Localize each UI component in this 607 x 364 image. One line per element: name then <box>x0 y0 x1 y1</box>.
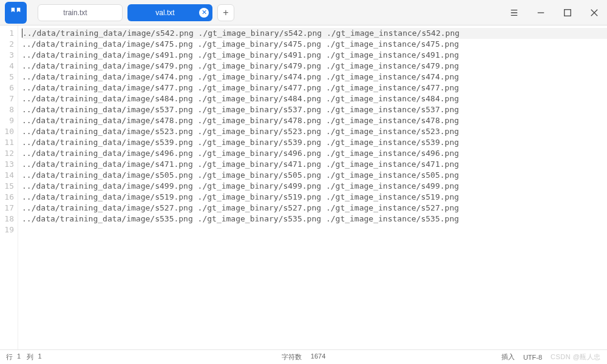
editor-line[interactable]: ../data/training_data/image/s484.png ./g… <box>22 93 607 104</box>
col-label: 列 <box>27 352 33 362</box>
status-bar: 行 1 列 1 字符数 1674 插入 UTF-8 CSDN @瓶人忠 <box>0 349 607 364</box>
line-number: 2 <box>0 39 18 50</box>
minimize-icon <box>537 8 545 17</box>
editor-line[interactable]: ../data/training_data/image/s475.png ./g… <box>22 39 607 50</box>
line-number: 3 <box>0 50 18 61</box>
plus-icon: + <box>223 7 228 18</box>
close-window-button[interactable] <box>588 6 601 19</box>
svg-rect-0 <box>565 9 571 16</box>
status-cursor-pos: 行 1 列 1 <box>6 352 42 362</box>
tab-label: train.txt <box>63 8 87 17</box>
line-number: 8 <box>0 104 18 115</box>
row-value: 1 <box>17 352 21 362</box>
char-count-value: 1674 <box>311 352 325 362</box>
line-number: 11 <box>0 137 18 148</box>
close-icon <box>590 8 599 17</box>
close-icon: ✕ <box>202 9 207 16</box>
line-number: 15 <box>0 181 18 192</box>
editor-line[interactable]: ../data/training_data/image/s539.png ./g… <box>22 137 607 148</box>
row-label: 行 <box>6 352 13 362</box>
editor-line[interactable]: ../data/training_data/image/s523.png ./g… <box>22 126 607 137</box>
line-number: 18 <box>0 214 18 224</box>
editor-line[interactable]: ../data/training_data/image/s477.png ./g… <box>22 83 607 93</box>
line-number: 17 <box>0 203 18 214</box>
editor-line[interactable]: ../data/training_data/image/s537.png ./g… <box>22 104 607 115</box>
line-number: 19 <box>0 224 18 235</box>
line-number: 9 <box>0 115 18 126</box>
line-number: 7 <box>0 93 18 104</box>
editor-line[interactable] <box>22 224 607 235</box>
editor-content[interactable]: ../data/training_data/image/s542.png ./g… <box>18 25 607 349</box>
editor-line[interactable]: ../data/training_data/image/s478.png ./g… <box>22 115 607 126</box>
line-number: 5 <box>0 72 18 83</box>
new-tab-button[interactable]: + <box>217 4 234 21</box>
watermark: CSDN @瓶人忠 <box>551 352 601 362</box>
app-icon <box>5 2 27 24</box>
window-controls <box>507 6 601 19</box>
editor-line[interactable]: ../data/training_data/image/s519.png ./g… <box>22 192 607 203</box>
editor-line[interactable]: ../data/training_data/image/s491.png ./g… <box>22 50 607 61</box>
status-char-count: 字符数 1674 <box>282 352 326 362</box>
char-count-label: 字符数 <box>282 352 302 362</box>
tab-strip: train.txt val.txt ✕ + <box>38 4 234 21</box>
line-number: 16 <box>0 192 18 203</box>
menu-icon <box>510 8 518 17</box>
line-number: 13 <box>0 159 18 170</box>
line-number: 14 <box>0 170 18 181</box>
editor-line[interactable]: ../data/training_data/image/s542.png ./g… <box>22 28 607 39</box>
editor-line[interactable]: ../data/training_data/image/s535.png ./g… <box>22 214 607 224</box>
editor-line[interactable]: ../data/training_data/image/s471.png ./g… <box>22 159 607 170</box>
editor-area[interactable]: 12345678910111213141516171819 ../data/tr… <box>0 25 607 349</box>
line-number: 12 <box>0 148 18 159</box>
tab-close-button[interactable]: ✕ <box>199 8 209 18</box>
editor-line[interactable]: ../data/training_data/image/s505.png ./g… <box>22 170 607 181</box>
tab-label: val.txt <box>155 8 174 17</box>
insert-mode[interactable]: 插入 <box>501 352 515 362</box>
tab-train[interactable]: train.txt <box>38 4 123 21</box>
encoding[interactable]: UTF-8 <box>523 354 542 361</box>
menu-button[interactable] <box>507 6 521 19</box>
editor-line[interactable]: ../data/training_data/image/s499.png ./g… <box>22 181 607 192</box>
minimize-button[interactable] <box>534 6 548 19</box>
editor-line[interactable]: ../data/training_data/image/s496.png ./g… <box>22 148 607 159</box>
col-value: 1 <box>38 352 41 362</box>
maximize-icon <box>563 8 572 17</box>
line-number-gutter: 12345678910111213141516171819 <box>0 25 18 349</box>
tab-val[interactable]: val.txt ✕ <box>127 4 212 21</box>
editor-line[interactable]: ../data/training_data/image/s527.png ./g… <box>22 203 607 214</box>
editor-line[interactable]: ../data/training_data/image/s479.png ./g… <box>22 61 607 72</box>
line-number: 1 <box>0 28 18 39</box>
title-bar: train.txt val.txt ✕ + <box>0 0 607 25</box>
maximize-button[interactable] <box>561 6 574 19</box>
line-number: 4 <box>0 61 18 72</box>
line-number: 6 <box>0 83 18 93</box>
line-number: 10 <box>0 126 18 137</box>
editor-line[interactable]: ../data/training_data/image/s474.png ./g… <box>22 72 607 83</box>
